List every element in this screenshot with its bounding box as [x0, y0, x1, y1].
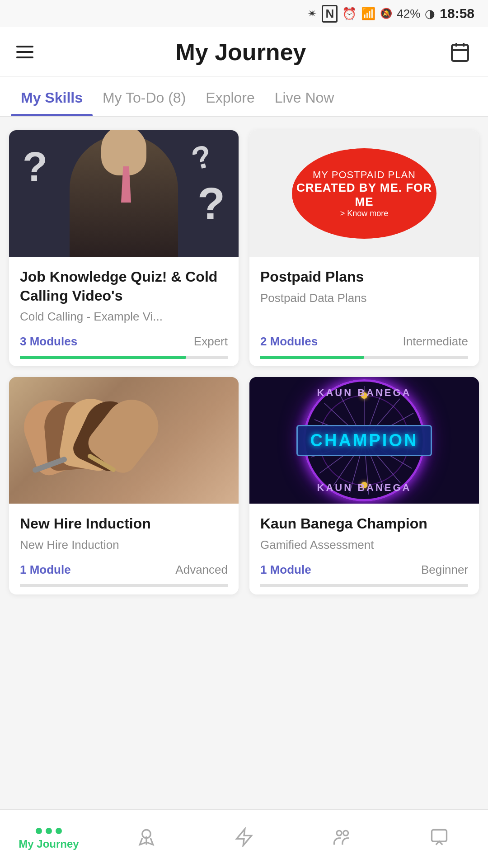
- card-postpaid[interactable]: MY POSTPAID PLAN CREATED BY ME. FOR ME >…: [249, 130, 479, 366]
- tab-explore[interactable]: Explore: [196, 77, 265, 116]
- menu-line-3: [16, 57, 33, 58]
- postpaid-line1: MY POSTPAID PLAN: [313, 169, 416, 181]
- bottom-nav: My Journey: [0, 809, 488, 868]
- dot-2: [46, 828, 52, 834]
- card-quiz-subtitle: Cold Calling - Example Vi...: [20, 310, 228, 324]
- card-induction-title: New Hire Induction: [20, 514, 228, 533]
- card-postpaid-modules: 2 Modules: [260, 335, 318, 349]
- card-induction-level: Advanced: [175, 563, 228, 577]
- card-quiz-level: Expert: [194, 335, 228, 349]
- card-quiz-progress-bar: [20, 356, 228, 359]
- card-quiz-modules: 3 Modules: [20, 335, 77, 349]
- card-quiz[interactable]: ? ? ? Job Knowledge Quiz! & Cold Calling…: [9, 130, 239, 366]
- card-quiz-title: Job Knowledge Quiz! & Cold Calling Video…: [20, 268, 228, 305]
- question-mark-3: ?: [197, 178, 225, 230]
- svg-point-25: [337, 830, 342, 835]
- status-bar: ✴ N ⏰ 📶 🔕 42% ◑ 18:58: [0, 0, 488, 27]
- tab-my-skills[interactable]: My Skills: [11, 77, 93, 116]
- dot-3: [56, 828, 62, 834]
- card-champion-body: Kaun Banega Champion Gamified Assessment…: [249, 504, 479, 594]
- card-quiz-body: Job Knowledge Quiz! & Cold Calling Video…: [9, 257, 239, 366]
- card-postpaid-body: Postpaid Plans Postpaid Data Plans 2 Mod…: [249, 257, 479, 366]
- card-induction[interactable]: New Hire Induction New Hire Induction 1 …: [9, 377, 239, 594]
- card-quiz-progress-fill: [20, 356, 186, 359]
- card-postpaid-title: Postpaid Plans: [260, 268, 468, 287]
- svg-marker-24: [237, 829, 252, 845]
- flash-icon: [233, 826, 255, 848]
- card-induction-footer: 1 Module Advanced: [20, 563, 228, 577]
- card-champion-image: KAUN BANEGA KAUN BANEGA CHAMPION: [249, 377, 479, 504]
- alarm-icon: ⏰: [342, 7, 357, 21]
- postpaid-line3: > Know more: [340, 209, 389, 218]
- cards-grid: ? ? ? Job Knowledge Quiz! & Cold Calling…: [0, 117, 488, 608]
- card-quiz-footer: 3 Modules Expert: [20, 335, 228, 349]
- calendar-button[interactable]: [448, 40, 472, 64]
- nav-item-chat[interactable]: [390, 826, 488, 852]
- champion-label: CHAMPION: [296, 425, 432, 456]
- tabs-bar: My Skills My To-Do (8) Explore Live Now: [0, 77, 488, 117]
- nav-item-journey[interactable]: My Journey: [0, 828, 98, 850]
- card-champion-title: Kaun Banega Champion: [260, 514, 468, 533]
- champion-top-text: KAUN BANEGA: [317, 387, 412, 399]
- question-mark-2: ?: [188, 137, 216, 177]
- card-champion-subtitle: Gamified Assessment: [260, 538, 468, 552]
- nav-item-flash[interactable]: [195, 826, 293, 852]
- status-time: 18:58: [440, 6, 474, 21]
- postpaid-line2: CREATED BY ME. FOR ME: [292, 181, 436, 209]
- journey-dots-icon: [36, 828, 62, 834]
- card-champion[interactable]: KAUN BANEGA KAUN BANEGA CHAMPION Kaun Ba…: [249, 377, 479, 594]
- nav-item-team[interactable]: [293, 826, 390, 852]
- tab-live-now[interactable]: Live Now: [265, 77, 344, 116]
- badge-icon: [136, 826, 157, 848]
- card-postpaid-footer: 2 Modules Intermediate: [260, 335, 468, 349]
- header: My Journey: [0, 27, 488, 77]
- page-title: My Journey: [176, 38, 306, 66]
- team-icon: [331, 826, 352, 848]
- bluetooth-icon: ✴: [307, 7, 317, 21]
- dot-1: [36, 828, 42, 834]
- svg-rect-27: [432, 830, 447, 841]
- card-postpaid-progress-bar: [260, 356, 468, 359]
- nav-label-journey: My Journey: [19, 838, 79, 850]
- chat-icon: [428, 826, 450, 848]
- card-postpaid-image: MY POSTPAID PLAN CREATED BY ME. FOR ME >…: [249, 130, 479, 257]
- calendar-icon: [449, 41, 471, 63]
- card-champion-footer: 1 Module Beginner: [260, 563, 468, 577]
- card-postpaid-level: Intermediate: [403, 335, 468, 349]
- card-induction-progress-bar: [20, 584, 228, 587]
- menu-button[interactable]: [16, 46, 33, 58]
- menu-line-1: [16, 46, 33, 47]
- card-quiz-image: ? ? ?: [9, 130, 239, 257]
- sim-icon: 🔕: [380, 8, 392, 19]
- card-postpaid-progress-fill: [260, 356, 364, 359]
- card-champion-progress-bar: [260, 584, 468, 587]
- svg-rect-0: [452, 45, 468, 61]
- card-induction-body: New Hire Induction New Hire Induction 1 …: [9, 504, 239, 594]
- battery-icon: ◑: [425, 7, 435, 21]
- nav-item-badges[interactable]: [98, 826, 195, 852]
- card-postpaid-subtitle: Postpaid Data Plans: [260, 291, 468, 324]
- card-induction-subtitle: New Hire Induction: [20, 538, 228, 552]
- card-champion-modules: 1 Module: [260, 563, 311, 577]
- champion-bottom-text: KAUN BANEGA: [317, 482, 412, 494]
- postpaid-oval: MY POSTPAID PLAN CREATED BY ME. FOR ME >…: [292, 148, 436, 239]
- tab-my-todo[interactable]: My To-Do (8): [93, 77, 196, 116]
- nfc-icon: N: [322, 5, 338, 23]
- card-induction-modules: 1 Module: [20, 563, 71, 577]
- battery-percent: 42%: [397, 7, 420, 21]
- signal-icon: 📶: [361, 7, 375, 21]
- card-induction-image: [9, 377, 239, 504]
- svg-point-26: [343, 830, 348, 835]
- status-icons: ✴ N ⏰ 📶 🔕 42% ◑ 18:58: [307, 5, 474, 23]
- question-mark-1: ?: [23, 144, 47, 190]
- card-champion-level: Beginner: [421, 563, 468, 577]
- menu-line-2: [16, 51, 33, 53]
